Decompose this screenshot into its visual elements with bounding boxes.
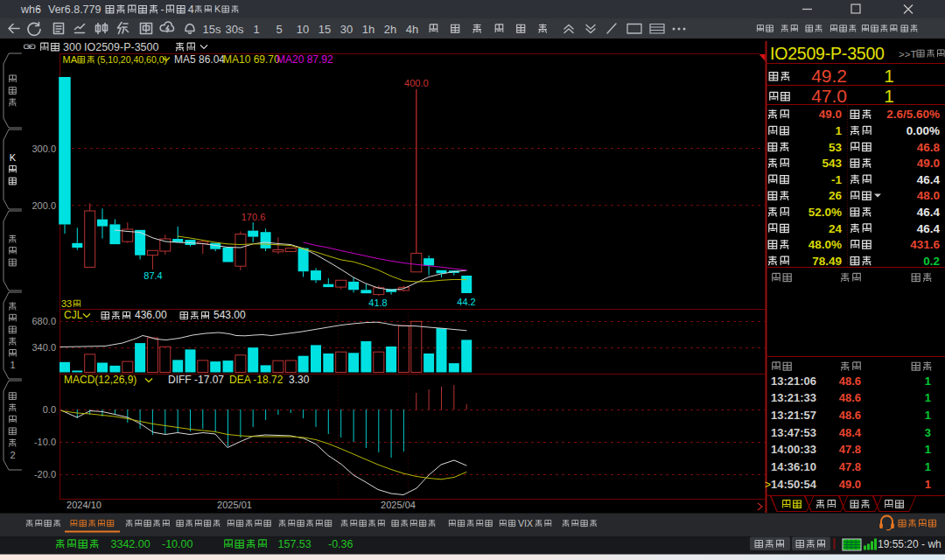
svg-text:-0.36: -0.36: [328, 538, 354, 550]
svg-text:15: 15: [318, 23, 331, 36]
svg-text:2.6/5.60%: 2.6/5.60%: [886, 108, 940, 121]
svg-text:431.6: 431.6: [910, 238, 940, 251]
svg-text:87.4: 87.4: [144, 270, 162, 281]
svg-text:300: 300: [63, 41, 81, 53]
svg-text:-1: -1: [831, 173, 842, 186]
svg-text:>>T: >>T: [899, 49, 916, 60]
svg-text:13:47:53: 13:47:53: [771, 426, 816, 439]
svg-text:-10.0: -10.0: [34, 437, 56, 447]
svg-text:VIX: VIX: [518, 518, 533, 528]
svg-text:47.8: 47.8: [839, 443, 861, 456]
svg-text:48.6: 48.6: [839, 374, 861, 388]
svg-text:-20.0: -20.0: [34, 469, 56, 480]
svg-text:48.0%: 48.0%: [808, 238, 842, 251]
svg-text:4: 4: [188, 4, 194, 16]
svg-text:13:21:06: 13:21:06: [771, 374, 816, 388]
svg-text:1: 1: [925, 443, 931, 456]
svg-text:48.6: 48.6: [839, 409, 861, 422]
svg-text:49.0: 49.0: [839, 478, 861, 491]
svg-text:IO2509-P-3500: IO2509-P-3500: [770, 44, 885, 63]
svg-text:543: 543: [822, 157, 842, 170]
svg-text:49.0: 49.0: [917, 157, 940, 170]
svg-text:1: 1: [925, 460, 931, 473]
svg-text:Ver6.8.779: Ver6.8.779: [48, 4, 102, 16]
svg-text:200.0: 200.0: [32, 200, 56, 211]
svg-text:30s: 30s: [226, 23, 244, 36]
svg-text:13:21:57: 13:21:57: [771, 409, 816, 422]
svg-text:1: 1: [925, 391, 931, 404]
svg-text:170.6: 170.6: [242, 212, 266, 222]
svg-text:-10.00: -10.00: [162, 538, 192, 550]
svg-text:1: 1: [925, 374, 931, 388]
svg-text:15s: 15s: [203, 23, 221, 36]
svg-text:0.2: 0.2: [923, 255, 940, 268]
svg-text:K: K: [10, 152, 17, 163]
svg-text:44.2: 44.2: [457, 297, 475, 307]
svg-text:(5,10,20,40,60,0): (5,10,20,40,60,0): [97, 54, 167, 65]
svg-text:1: 1: [925, 409, 931, 422]
svg-text:47.0: 47.0: [811, 86, 847, 106]
svg-text:19:55:20 - wh: 19:55:20 - wh: [878, 538, 942, 550]
svg-text:4h: 4h: [406, 23, 418, 36]
svg-text:2: 2: [10, 450, 15, 460]
svg-text:52.0%: 52.0%: [808, 206, 842, 219]
svg-text:14:36:10: 14:36:10: [771, 460, 816, 473]
svg-text:49.2: 49.2: [811, 66, 847, 86]
svg-text:26: 26: [829, 189, 843, 202]
svg-text:49.0: 49.0: [819, 108, 842, 121]
svg-text:1: 1: [925, 478, 931, 491]
svg-text:543.00: 543.00: [214, 309, 246, 321]
svg-text:2h: 2h: [384, 23, 396, 36]
svg-text:MA: MA: [63, 54, 78, 65]
svg-text:680.0: 680.0: [32, 316, 56, 326]
svg-text:400.0: 400.0: [404, 78, 429, 88]
svg-text:>: >: [765, 479, 771, 491]
svg-text:157.53: 157.53: [278, 538, 312, 550]
svg-text:436.00: 436.00: [135, 309, 167, 321]
svg-text:30: 30: [340, 23, 353, 36]
svg-text:48.4: 48.4: [839, 426, 862, 439]
svg-text:MACD(12,26,9): MACD(12,26,9): [64, 374, 136, 386]
svg-text:1: 1: [835, 124, 842, 137]
svg-text:24: 24: [829, 222, 843, 235]
svg-text:IO2509-P-3500: IO2509-P-3500: [84, 41, 159, 53]
svg-text:47.8: 47.8: [839, 460, 861, 473]
svg-text:MA10 69.70: MA10 69.70: [223, 53, 280, 66]
svg-text:3: 3: [925, 426, 931, 439]
svg-text:2025/01: 2025/01: [217, 500, 252, 510]
svg-text:41.8: 41.8: [368, 298, 387, 308]
svg-text:DEA -18.72: DEA -18.72: [229, 374, 284, 386]
svg-text:5: 5: [276, 23, 282, 36]
svg-text:340.0: 340.0: [32, 342, 56, 353]
svg-text:48.6: 48.6: [839, 391, 861, 404]
svg-text:1h: 1h: [362, 23, 374, 36]
svg-text:MA5 86.04: MA5 86.04: [174, 53, 225, 66]
svg-text:2024/10: 2024/10: [66, 500, 102, 510]
svg-text:1: 1: [884, 86, 894, 106]
svg-text:46.4: 46.4: [917, 206, 941, 219]
svg-text:1: 1: [253, 23, 259, 36]
svg-text:DIFF -17.07: DIFF -17.07: [168, 374, 224, 386]
svg-text:14:50:54: 14:50:54: [771, 478, 817, 491]
svg-text:48.0: 48.0: [917, 189, 940, 202]
svg-text:CJL: CJL: [64, 309, 83, 321]
svg-text:10: 10: [297, 23, 309, 36]
svg-text:K: K: [214, 4, 221, 14]
svg-text:1: 1: [884, 66, 894, 86]
svg-text:78.49: 78.49: [812, 255, 842, 268]
svg-text:3.30: 3.30: [289, 374, 310, 386]
svg-text:300.0: 300.0: [32, 144, 56, 154]
svg-text:0.00%: 0.00%: [906, 124, 940, 137]
svg-text:14:00:33: 14:00:33: [771, 443, 816, 456]
svg-text:13:21:33: 13:21:33: [771, 391, 816, 404]
svg-text:46.4: 46.4: [917, 222, 941, 235]
svg-text:3342.00: 3342.00: [111, 538, 150, 550]
svg-text:-: -: [37, 3, 40, 15]
svg-text:33: 33: [61, 298, 72, 309]
svg-text:-: -: [161, 4, 164, 16]
svg-text:MA20 87.92: MA20 87.92: [276, 53, 333, 66]
svg-text:46.4: 46.4: [917, 173, 941, 186]
svg-text:46.8: 46.8: [917, 141, 941, 154]
svg-text:1: 1: [10, 360, 15, 370]
svg-text:53: 53: [829, 141, 843, 154]
